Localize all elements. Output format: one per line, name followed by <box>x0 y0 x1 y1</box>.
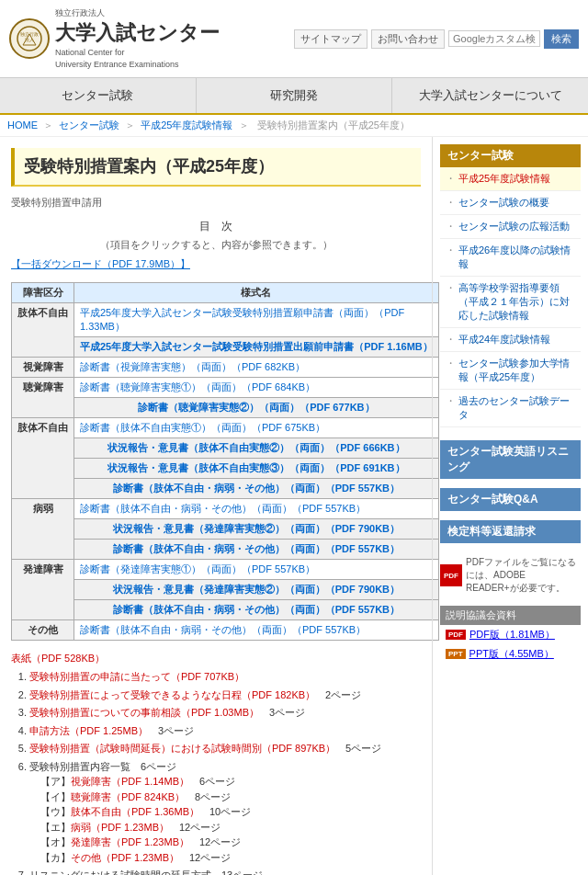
list-link[interactable]: 受験特別措置の申請に当たって（PDF 707KB） <box>29 671 244 682</box>
logo-main-text: 大学入試センター <box>55 19 220 47</box>
form-cell: 診断書（発達障害実態①）（両面）（PDF 557KB） <box>74 560 439 580</box>
bulk-download-link[interactable]: 【一括ダウンロード（PDF 17.9MB）】 <box>11 258 190 269</box>
sub-link[interactable]: 視覚障害（PDF 1.14MB） <box>71 776 189 787</box>
form-cell: 状況報告・意見書（肢体不自由実態②）（両面）（PDF 666KB） <box>74 438 439 459</box>
form-cell: 診断書（聴覚障害実態②）（両面）（PDF 677KB） <box>74 398 439 418</box>
nav-item-research[interactable]: 研究開発 <box>197 78 393 113</box>
sidebar-pdf-note: PDF PDFファイルをご覧になるには、ADOBE READER+が必要です。 <box>440 552 581 598</box>
category-cell: 発達障害 <box>12 560 74 620</box>
toc-download: 【一括ダウンロード（PDF 17.9MB）】 <box>11 257 421 271</box>
list-item: 受験特別措置内容一覧 6ページ 【ア】視覚障害（PDF 1.14MB） 6ページ… <box>29 759 421 866</box>
main-layout: 受験特別措置案内（平成25年度） 受験特別措置申請用 目 次 （項目をクリックす… <box>0 137 588 875</box>
table-row: 状況報告・意見書（肢体不自由実態②）（両面）（PDF 666KB） <box>12 438 439 459</box>
search-input[interactable] <box>448 30 540 47</box>
sidebar-doc-pdf[interactable]: PDF PDF版（1.81MB） <box>440 625 581 644</box>
category-cell: 肢体不自由 <box>12 418 74 499</box>
category-cell: 視覚障害 <box>12 358 74 378</box>
list-item: 受験特別措置についての事前相談（PDF 1.03MB） 3ページ <box>29 705 421 721</box>
table-row: 病弱 診断書（肢体不自由・病弱・その他）（両面）（PDF 557KB） <box>12 499 439 519</box>
sidebar-doc-section: 説明協議会資料 PDF PDF版（1.81MB） PPT PPT版（4.55MB… <box>440 606 581 664</box>
table-row: 状況報告・意見書（発達障害実態②）（両面）（PDF 790KB） <box>12 580 439 600</box>
list-link[interactable]: 受験特別措置についての事前相談（PDF 1.03MB） <box>29 707 259 718</box>
form-cell: 状況報告・意見書（肢体不自由実態③）（両面）（PDF 691KB） <box>74 459 439 479</box>
sidebar-item-h24[interactable]: 平成24年度試験情報 <box>440 328 581 352</box>
search-button[interactable]: 検索 <box>544 29 579 49</box>
list-item: 受験特別措置の申請に当たって（PDF 707KB） <box>29 669 421 685</box>
category-cell: 肢体不自由 <box>12 303 74 358</box>
form-cell: 平成25年度大学入試センター試験受験特別措置願申請書（両面）（PDF 1.33M… <box>74 303 439 337</box>
sub-link[interactable]: 発達障害（PDF 1.23MB） <box>71 836 189 847</box>
form-cell: 状況報告・意見書（発達障害実態②）（両面）（PDF 790KB） <box>74 519 439 540</box>
table-row: 状況報告・意見書（発達障害実態②）（両面）（PDF 790KB） <box>12 519 439 540</box>
logo-text-block: 独立行政法人 大学入試センター National Center for Univ… <box>55 7 220 70</box>
sidebar-item-pr[interactable]: センター試験の広報活動 <box>440 215 581 239</box>
breadcrumb-home[interactable]: HOME <box>7 119 38 131</box>
sidebar-item-univ-info[interactable]: センター試験参加大学情報（平成25年度） <box>440 352 581 390</box>
doc-pdf-link[interactable]: PDF版（1.81MB） <box>469 628 555 642</box>
list-item: 受験特別措置によって受験できるようなな日程（PDF 182KB） 2ページ <box>29 688 421 703</box>
logo-circle: 独立行政 法人 <box>9 18 50 59</box>
category-cell: 聴覚障害 <box>12 378 74 418</box>
sidebar-section-center-test: センター試験 平成25年度試験情報 センター試験の概要 センター試験の広報活動 … <box>440 144 581 427</box>
table-row: 肢体不自由 平成25年度大学入試センター試験受験特別措置願申請書（両面）（PDF… <box>12 303 439 337</box>
sitemap-link[interactable]: サイトマップ <box>294 29 368 49</box>
table-row: 診断書（肢体不自由・病弱・その他）（両面）（PDF 557KB） <box>12 600 439 620</box>
sidebar-section4-title: 検定料等返還請求 <box>440 520 581 543</box>
category-cell: 病弱 <box>12 499 74 560</box>
sub-link[interactable]: 聴覚障害（PDF 824KB） <box>71 791 185 802</box>
section-label: 受験特別措置申請用 <box>11 196 421 210</box>
list-link[interactable]: 申請方法（PDF 1.25MB） <box>29 725 148 736</box>
table-row: 視覚障害 診断書（視覚障害実態）（両面）（PDF 682KB） <box>12 358 439 378</box>
logo-small-text: 独立行政法人 <box>55 7 220 19</box>
breadcrumb-center-test[interactable]: センター試験 <box>59 119 119 131</box>
list-section-title: 表紙（PDF 528KB） <box>11 652 421 665</box>
sidebar-pdf-note-area: PDF PDFファイルをご覧になるには、ADOBE READER+が必要です。 <box>440 552 581 598</box>
breadcrumb-h25-info[interactable]: 平成25年度試験情報 <box>141 119 232 131</box>
sidebar-section3-title: センター試験Q&A <box>440 488 581 511</box>
logo-en-text: National Center for University Entrance … <box>55 47 220 70</box>
list-section: 表紙（PDF 528KB） 受験特別措置の申請に当たって（PDF 707KB） … <box>11 652 421 875</box>
pdf-icon: PDF <box>440 564 462 586</box>
doc-ppt-link[interactable]: PPT版（4.55MB） <box>469 647 554 661</box>
form-cell: 診断書（肢体不自由・病弱・その他）（両面）（PDF 557KB） <box>74 479 439 499</box>
sidebar-section-listening: センター試験英語リスニング <box>440 440 581 479</box>
form-cell: 状況報告・意見書（発達障害実態②）（両面）（PDF 790KB） <box>74 580 439 600</box>
table-row: 状況報告・意見書（肢体不自由実態③）（両面）（PDF 691KB） <box>12 459 439 479</box>
table-row: 肢体不自由 診断書（肢体不自由実態①）（両面）（PDF 675KB） <box>12 418 439 438</box>
nav-item-about[interactable]: 大学入試センターについて <box>392 78 588 113</box>
sidebar-section-qa: センター試験Q&A <box>440 488 581 511</box>
nav-item-center-test[interactable]: センター試験 <box>0 78 197 113</box>
sidebar-item-curriculum[interactable]: 高等学校学習指導要領（平成２１年告示）に対応した試験情報 <box>440 277 581 328</box>
doc-pdf-icon: PDF <box>446 630 466 640</box>
sidebar-item-h26[interactable]: 平成26年度以降の試験情報 <box>440 239 581 277</box>
sidebar-doc-title: 説明協議会資料 <box>440 606 581 625</box>
form-cell: 診断書（肢体不自由・病弱・その他）（両面）（PDF 557KB） <box>74 540 439 560</box>
logo-area: 独立行政 法人 独立行政法人 大学入試センター National Center … <box>9 7 220 70</box>
sidebar-doc-ppt[interactable]: PPT PPT版（4.55MB） <box>440 644 581 664</box>
header: 独立行政 法人 独立行政法人 大学入試センター National Center … <box>0 0 588 78</box>
sidebar-item-h25[interactable]: 平成25年度試験情報 <box>440 167 581 191</box>
sub-link[interactable]: その他（PDF 1.23MB） <box>71 852 179 863</box>
form-cell: 診断書（肢体不自由・病弱・その他）（両面）（PDF 557KB） <box>74 600 439 620</box>
sidebar-item-overview[interactable]: センター試験の概要 <box>440 191 581 215</box>
sub-list: 【ア】視覚障害（PDF 1.14MB） 6ページ 【イ】聴覚障害（PDF 824… <box>29 774 421 865</box>
toc-note: （項目をクリックすると、内容が参照できます。） <box>11 238 421 252</box>
header-actions: サイトマップ お問い合わせ 検索 <box>294 29 579 49</box>
hyoshi-link[interactable]: 表紙（PDF 528KB） <box>11 653 105 664</box>
sub-link[interactable]: 病弱（PDF 1.23MB） <box>71 822 169 833</box>
list-link[interactable]: 受験特別措置（試験時間延長）における試験時間別（PDF 897KB） <box>29 743 335 754</box>
form-cell: 診断書（視覚障害実態）（両面）（PDF 682KB） <box>74 358 439 378</box>
list-item: リスニングにおける試験時間の延長方式 13ページ ・追加方式（PDF 587KB… <box>29 868 421 875</box>
form-cell: 診断書（肢体不自由実態①）（両面）（PDF 675KB） <box>74 418 439 438</box>
toc-title: 目 次 <box>11 219 421 234</box>
sub-link[interactable]: 肢体不自由（PDF 1.36MB） <box>71 806 199 817</box>
sidebar-section1-title: センター試験 <box>440 144 581 167</box>
contact-link[interactable]: お問い合わせ <box>371 29 445 49</box>
sidebar-item-past-data[interactable]: 過去のセンター試験データ <box>440 390 581 427</box>
sidebar-section-refund: 検定料等返還請求 <box>440 520 581 543</box>
table-row: 診断書（肢体不自由・病弱・その他）（両面）（PDF 557KB） <box>12 479 439 499</box>
table-row: 診断書（肢体不自由・病弱・その他）（両面）（PDF 557KB） <box>12 540 439 560</box>
list-link[interactable]: 受験特別措置によって受験できるようなな日程（PDF 182KB） <box>29 689 315 700</box>
list-item: 申請方法（PDF 1.25MB） 3ページ <box>29 723 421 739</box>
form-cell: 診断書（聴覚障害実態①）（両面）（PDF 684KB） <box>74 378 439 398</box>
